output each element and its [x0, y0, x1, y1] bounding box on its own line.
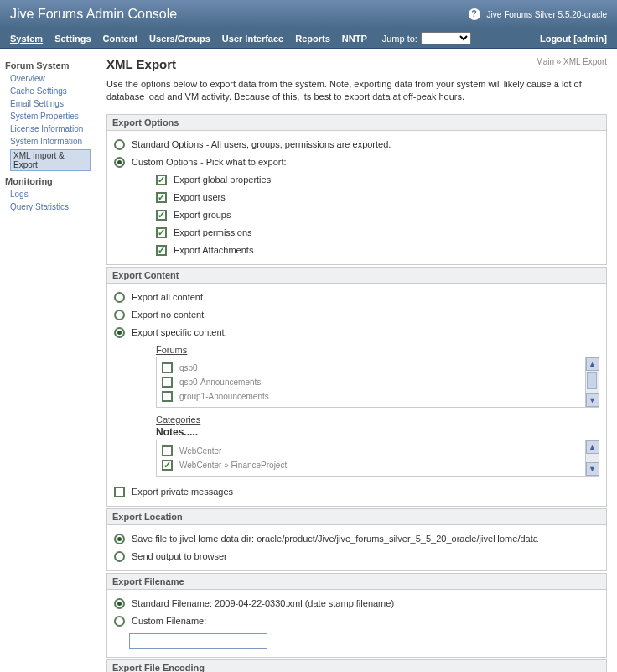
label-attachments: Export Attachments [174, 245, 253, 255]
label-custom-options: Custom Options - Pick what to export: [132, 157, 287, 167]
notes-label: Notes..... [156, 426, 599, 438]
scroll-up-icon[interactable]: ▲ [586, 357, 599, 371]
radio-standard-options[interactable] [114, 139, 125, 150]
section-encoding: Export File Encoding System default enco… [106, 659, 607, 672]
nav-users-groups[interactable]: Users/Groups [149, 34, 210, 44]
radio-specific-content[interactable] [114, 327, 125, 338]
section-options-head: Export Options [107, 115, 606, 131]
side-logs[interactable]: Logs [10, 190, 91, 199]
side-group-monitoring: Monitoring [5, 176, 91, 186]
side-sysinfo[interactable]: System Information [10, 137, 91, 146]
nav-settings[interactable]: Settings [54, 34, 91, 44]
cats-scrollbar[interactable]: ▲ ▼ [585, 440, 599, 476]
scroll-thumb[interactable] [587, 372, 597, 389]
nav-user-interface[interactable]: User Interface [222, 34, 283, 44]
side-sysprops[interactable]: System Properties [10, 112, 91, 121]
section-content-head: Export Content [107, 268, 606, 284]
page-title: XML Export [106, 57, 607, 71]
nav-nntp[interactable]: NNTP [342, 34, 367, 44]
label-users: Export users [174, 192, 226, 202]
check-forum-1[interactable] [162, 377, 173, 388]
cat-1: WebCenter » FinanceProject [179, 461, 287, 470]
radio-custom-filename[interactable] [114, 616, 125, 627]
main-nav: System Settings Content Users/Groups Use… [0, 29, 617, 49]
side-query-stats[interactable]: Query Statistics [10, 202, 91, 211]
cats-head: Categories [156, 414, 599, 425]
side-overview[interactable]: Overview [10, 74, 91, 83]
check-forum-0[interactable] [162, 362, 173, 373]
forums-head: Forums [156, 345, 599, 355]
side-xml-export[interactable]: XML Import & Export [10, 149, 91, 171]
side-license[interactable]: License Information [10, 124, 91, 133]
version-label: Jive Forums Silver 5.5.20-oracle [487, 10, 607, 19]
check-attachments[interactable] [156, 245, 167, 256]
radio-all-content[interactable] [114, 292, 125, 303]
label-all-content: Export all content [132, 292, 203, 302]
scroll-up-icon[interactable]: ▲ [586, 440, 599, 454]
label-specific-content: Export specific content: [132, 327, 227, 337]
sidebar: Forum System Overview Cache Settings Ema… [0, 49, 96, 672]
label-std-filename: Standard Filename: 2009-04-22-0330.xml (… [132, 598, 394, 608]
section-filename-head: Export Filename [107, 574, 606, 590]
radio-custom-options[interactable] [114, 157, 125, 168]
side-email[interactable]: Email Settings [10, 99, 91, 108]
section-content: Export Content Export all content Export… [106, 267, 607, 507]
header: Jive Forums Admin Console ? Jive Forums … [0, 0, 617, 29]
label-standard-options: Standard Options - All users, groups, pe… [132, 139, 391, 149]
forums-scrollbar[interactable]: ▲ ▼ [585, 357, 599, 407]
label-global-props: Export global properties [174, 175, 271, 185]
check-global-props[interactable] [156, 175, 167, 185]
label-permissions: Export permissions [174, 227, 252, 237]
app-title: Jive Forums Admin Console [10, 7, 177, 22]
section-location: Export Location Save file to jiveHome da… [106, 508, 607, 571]
label-no-content: Export no content [132, 310, 204, 320]
check-cat-1[interactable] [162, 460, 173, 471]
section-encoding-head: Export File Encoding [107, 660, 606, 672]
check-private-msgs[interactable] [114, 487, 125, 497]
jump-select[interactable] [421, 32, 471, 44]
check-cat-0[interactable] [162, 445, 173, 456]
radio-no-content[interactable] [114, 310, 125, 320]
forum-0: qsp0 [179, 363, 198, 372]
radio-save-file[interactable] [114, 534, 125, 544]
check-forum-2[interactable] [162, 391, 173, 402]
radio-browser[interactable] [114, 551, 125, 562]
custom-filename-input[interactable] [129, 633, 267, 649]
breadcrumb: Main » XML Export [536, 57, 607, 66]
side-group-forum: Forum System [5, 60, 91, 70]
label-save-file: Save file to jiveHome data dir: oracle/p… [132, 534, 538, 544]
label-private-msgs: Export private messages [132, 487, 233, 497]
help-icon[interactable]: ? [469, 8, 480, 20]
nav-system[interactable]: System [10, 34, 43, 44]
check-users[interactable] [156, 192, 167, 203]
forum-2: group1-Announcements [179, 392, 269, 401]
forums-listbox: qsp0 qsp0-Announcements group1-Announcem… [156, 357, 599, 408]
cat-0: WebCenter [179, 446, 221, 456]
label-custom-filename: Custom Filename: [132, 616, 206, 626]
intro-text: Use the options below to export data fro… [106, 78, 607, 104]
nav-content[interactable]: Content [103, 34, 138, 44]
section-location-head: Export Location [107, 509, 606, 525]
check-permissions[interactable] [156, 227, 167, 238]
scroll-down-icon[interactable]: ▼ [586, 462, 599, 476]
side-cache[interactable]: Cache Settings [10, 86, 91, 96]
scroll-down-icon[interactable]: ▼ [586, 393, 599, 407]
forum-1: qsp0-Announcements [179, 378, 261, 387]
radio-std-filename[interactable] [114, 598, 125, 609]
section-filename: Export Filename Standard Filename: 2009-… [106, 573, 607, 658]
main-content: Main » XML Export XML Export Use the opt… [96, 49, 617, 672]
section-options: Export Options Standard Options - All us… [106, 114, 607, 265]
categories-listbox: WebCenter WebCenter » FinanceProject ▲ ▼ [156, 440, 599, 477]
label-groups: Export groups [174, 210, 231, 220]
jump-label: Jump to: [382, 34, 417, 44]
label-browser: Send output to browser [132, 551, 227, 561]
check-groups[interactable] [156, 210, 167, 221]
logout-link[interactable]: Logout [admin] [540, 34, 607, 44]
nav-reports[interactable]: Reports [295, 34, 330, 44]
